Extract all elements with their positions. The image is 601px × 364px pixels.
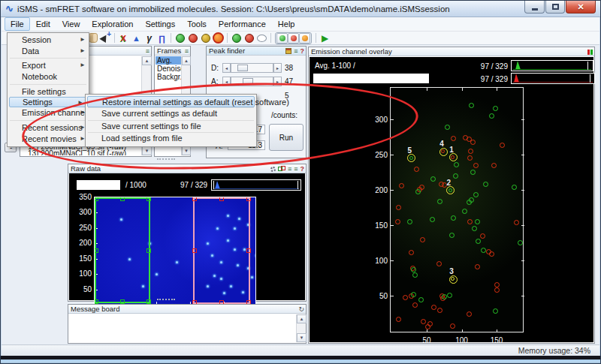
raw-image[interactable] [94,197,256,305]
minimize-button[interactable] [524,1,545,14]
file-menu-item-recent-movies[interactable]: Recent movies► [8,134,89,145]
refresh-icon[interactable]: ↻ [298,305,304,313]
frames-item-backgr[interactable]: Backgr. [156,73,181,81]
yellow-molecule-icon[interactable] [200,32,211,44]
roi-handle[interactable] [94,197,98,201]
file-menu-item-file-settings[interactable]: File settings [8,86,89,98]
selected-molecule-marker[interactable] [449,275,458,284]
roi-handle[interactable] [94,248,98,253]
orange-toggle-icon[interactable] [299,33,310,44]
frame-number-field[interactable] [77,180,120,190]
scroll-down-icon[interactable]: ▼ [142,146,152,155]
green-dot-icon[interactable] [231,32,242,44]
play-icon[interactable] [319,32,331,44]
frame-slider[interactable] [313,74,429,83]
panel-menu-icon[interactable]: ≡ [294,165,297,173]
slider-left-arrow[interactable]: ◄ [222,77,231,86]
message-board-text[interactable] [69,314,295,342]
slider-track[interactable] [231,77,273,86]
green-roi[interactable] [95,197,150,303]
zoom-select-icon[interactable] [100,32,111,44]
red-molecule-icon[interactable] [187,32,198,44]
slider-thumb[interactable] [237,65,248,71]
file-menu-item-emission-channels[interactable]: Emission channels► [8,107,89,119]
red-dot-icon[interactable] [243,32,255,44]
scroll-up-icon[interactable]: ▲ [142,56,152,65]
panel-menu-icon[interactable]: ≡ [288,165,291,173]
selected-molecule-marker[interactable] [439,148,448,156]
movie-item[interactable]: 13) 200mMNaCl_10.sif (-raw) [26,150,128,155]
histogram-peak-icon[interactable] [131,32,142,44]
roi-handle[interactable] [246,197,251,201]
speech-bubble-icon[interactable] [256,32,267,44]
pink-roi[interactable] [193,197,250,304]
file-menu-item-data[interactable]: Data► [8,46,89,57]
file-menu-item-recent-sessions[interactable]: Recent sessions► [8,122,89,134]
selected-molecule-marker[interactable] [407,154,415,162]
file-menu-item-export[interactable]: Export► [8,60,89,71]
menu-file[interactable]: File [5,17,30,31]
green-histogram[interactable] [511,60,593,71]
contrast-max-handle[interactable] [297,181,298,189]
maximize-button[interactable] [545,1,565,14]
orange-molecule-icon[interactable] [213,32,224,44]
contrast-min-handle[interactable] [213,181,214,189]
frames-item-denoised[interactable]: Denoised [156,65,181,73]
selected-molecule-marker[interactable] [449,153,458,161]
red-green-channels-icon[interactable] [587,48,593,56]
menu-exploration[interactable]: Exploration [86,17,139,31]
trace-icon[interactable] [156,32,168,44]
menu-help[interactable]: Help [272,17,301,31]
help-icon[interactable]: ? [300,165,305,173]
scroll-down-icon[interactable]: ▼ [182,146,191,155]
fret-pair-icon[interactable] [118,32,129,44]
red-histogram[interactable] [511,73,595,84]
submenu-item-save-current-settings-as-default[interactable]: Save current settings as default [86,108,256,120]
menu-view[interactable]: View [56,17,86,31]
overlay-scatter-plot[interactable]: 501001502002503005010015012345 [390,87,524,332]
scroll-down-icon[interactable]: ▼ [297,333,307,342]
frames-item-avg[interactable]: Avg. [156,56,181,65]
menu-tools[interactable]: Tools [181,17,213,31]
submenu-item-restore-internal-settings-as-default-reset-software[interactable]: Restore internal settings as default (re… [87,96,255,107]
run-button[interactable]: Run [269,124,304,151]
menu-performance[interactable]: Performance [213,17,272,31]
splitter-grip[interactable] [157,299,175,301]
roi-handle[interactable] [192,248,197,253]
selected-molecule-marker[interactable] [446,186,455,194]
close-button[interactable]: ✕ [566,1,596,14]
slider-thumb[interactable] [243,78,253,85]
channels-icon[interactable] [278,166,285,172]
green-molecule-icon[interactable] [174,32,186,44]
panel-menu-icon[interactable]: ≡ [185,47,189,55]
splitter-grip[interactable] [157,158,175,161]
slider-left-arrow[interactable]: ◄ [222,63,231,73]
scroll-up-icon[interactable]: ▲ [297,314,307,323]
roi-handle[interactable] [120,197,125,201]
file-menu-item-session[interactable]: Session► [8,35,89,46]
menu-edit[interactable]: Edit [30,17,56,31]
slider-right-arrow[interactable]: ► [273,63,282,73]
file-menu-item-notebook[interactable]: Notebook [8,71,89,83]
scroll-up-icon[interactable]: ▲ [182,56,191,65]
slider-right-arrow[interactable]: ► [273,77,282,86]
file-menu-item-settings[interactable]: Settings► [9,97,87,107]
submenu-item-load-settings-from-file[interactable]: Load settings from file [86,133,256,145]
menu-settings[interactable]: Settings [139,17,181,31]
raw-histogram[interactable] [211,179,301,191]
slider-track[interactable] [231,63,273,73]
roi-handle[interactable] [246,248,251,253]
roi-handle[interactable] [192,197,197,201]
red-toggle-icon[interactable] [288,33,299,44]
roi-handle[interactable] [146,197,151,201]
contrast-max-handle[interactable] [590,74,590,83]
panel-menu-icon[interactable]: ≡ [146,47,149,55]
roi-handle[interactable] [219,197,224,201]
submenu-item-save-current-settings-to-file[interactable]: Save current settings to file [86,121,256,133]
roi-handle[interactable] [146,248,151,253]
green-toggle-icon[interactable] [276,33,288,44]
gamma-icon[interactable] [143,32,155,44]
message-scrollbar[interactable]: ▲ ▼ [296,314,306,342]
gear-icon[interactable] [270,167,276,172]
contrast-max-handle[interactable] [587,62,588,70]
